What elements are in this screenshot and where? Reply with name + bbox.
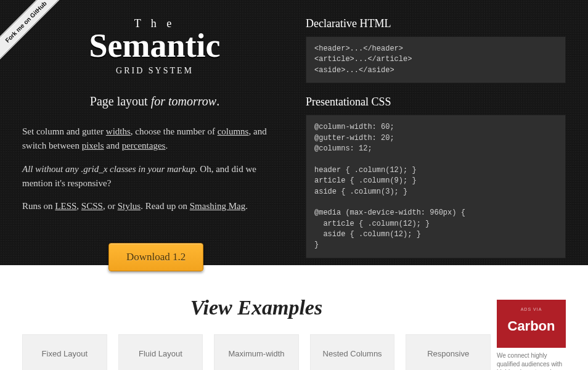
example-responsive[interactable]: Responsive xyxy=(406,334,491,370)
code-html: <header>...</header> <article>...</artic… xyxy=(306,36,566,83)
example-fixed-layout[interactable]: Fixed Layout xyxy=(22,334,107,370)
link-stylus[interactable]: Stylus xyxy=(118,201,141,211)
logo: T h e Semantic GRID SYSTEM xyxy=(22,17,287,76)
examples-heading: View Examples xyxy=(22,296,491,319)
example-nested-columns[interactable]: Nested Columns xyxy=(310,334,395,370)
link-percentages[interactable]: percentages xyxy=(122,141,166,150)
ad-brand-label: Carbon xyxy=(508,318,555,334)
link-scss[interactable]: SCSS xyxy=(81,201,103,211)
logo-brand: Semantic xyxy=(22,29,287,62)
examples-section: View Examples Fixed Layout Fluid Layout … xyxy=(0,265,588,370)
logo-subtitle: GRID SYSTEM xyxy=(22,66,287,76)
ad-via-label: ADS VIA xyxy=(521,307,542,311)
description: Set column and gutter widths, choose the… xyxy=(22,125,287,213)
tagline-post: . xyxy=(216,94,219,108)
ad-tile[interactable]: ADS VIA Carbon xyxy=(497,300,566,348)
ad-unit[interactable]: ADS VIA Carbon We connect highly qualifi… xyxy=(497,300,566,370)
panel-title-css: Presentational CSS xyxy=(306,96,566,109)
example-maximum-width[interactable]: Maximum-width xyxy=(214,334,299,370)
tagline-pre: Page layout xyxy=(90,94,151,108)
link-less[interactable]: LESS xyxy=(55,201,76,211)
link-smashing-mag[interactable]: Smashing Mag xyxy=(190,201,245,211)
examples-list: Fixed Layout Fluid Layout Maximum-width … xyxy=(22,334,491,370)
tagline: Page layout for tomorrow. xyxy=(22,94,287,109)
link-columns[interactable]: columns xyxy=(218,126,249,136)
desc-emphasis: All without any .grid_x classes in your … xyxy=(22,164,198,174)
ad-copy: We connect highly qualified audiences wi… xyxy=(497,352,566,370)
hero-section: T h e Semantic GRID SYSTEM Page layout f… xyxy=(0,0,588,265)
link-widths[interactable]: widths xyxy=(106,126,131,136)
code-css: @column-width: 60; @gutter-width: 20; @c… xyxy=(306,115,566,258)
panel-title-html: Declarative HTML xyxy=(306,17,566,30)
example-fluid-layout[interactable]: Fluid Layout xyxy=(118,334,203,370)
tagline-em: for tomorrow xyxy=(151,94,217,108)
link-pixels[interactable]: pixels xyxy=(82,141,104,150)
